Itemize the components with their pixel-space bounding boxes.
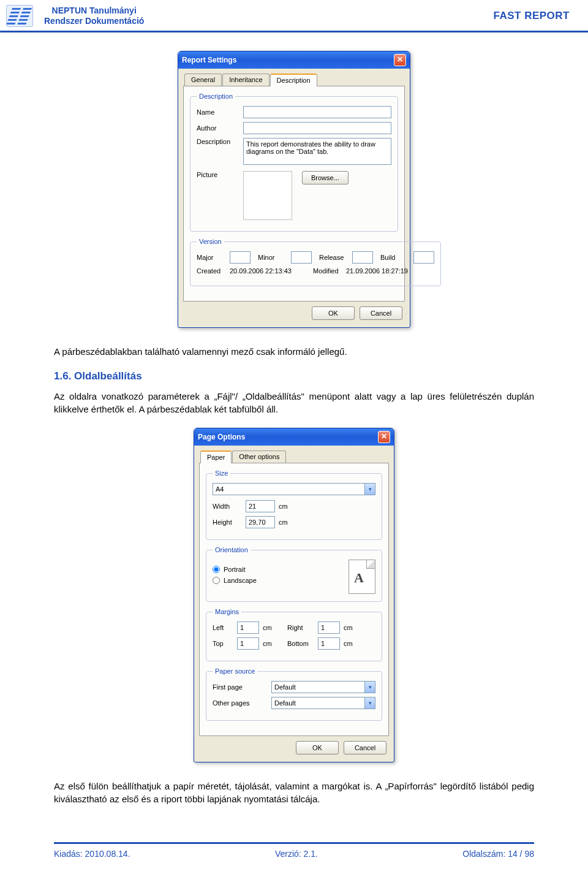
doc-header: NEPTUN Tanulmányi Rendszer Dokumentáció … bbox=[0, 0, 588, 32]
minor-field[interactable] bbox=[291, 251, 312, 264]
top-field[interactable] bbox=[237, 637, 259, 650]
paper-source-legend: Paper source bbox=[213, 667, 257, 675]
other-pages-label: Other pages bbox=[213, 699, 268, 707]
top-label: Top bbox=[213, 640, 233, 647]
dialog2-title-bar[interactable]: Page Options ✕ bbox=[194, 428, 394, 446]
tab-paper[interactable]: Paper bbox=[200, 450, 232, 463]
dialog2-panel: Size A4 ▾ Width cm Height cm bbox=[199, 463, 389, 736]
section-heading: 1.6. Oldalbeállítás bbox=[54, 370, 534, 382]
release-field[interactable] bbox=[352, 251, 373, 264]
other-pages-value: Default bbox=[274, 699, 296, 707]
description-legend: Description bbox=[197, 93, 235, 100]
browse-button[interactable]: Browse... bbox=[302, 171, 349, 184]
paragraph-2: Az oldalra vonatkozó paraméterek a „Fájl… bbox=[54, 390, 534, 416]
picture-preview bbox=[243, 171, 292, 220]
first-page-combo[interactable]: Default ▾ bbox=[271, 681, 375, 693]
bottom-field[interactable] bbox=[318, 637, 340, 650]
doc-title: NEPTUN Tanulmányi Rendszer Dokumentáció bbox=[44, 6, 144, 26]
description-label: Description bbox=[197, 138, 239, 145]
dialog1-panel: Description Name Author Description This… bbox=[183, 86, 405, 302]
chevron-down-icon: ▾ bbox=[364, 484, 375, 495]
modified-value: 21.09.2006 18:27:19 bbox=[346, 267, 408, 275]
doc-header-right: FAST REPORT bbox=[493, 10, 570, 22]
tab-inheritance[interactable]: Inheritance bbox=[222, 74, 269, 86]
build-field[interactable] bbox=[413, 251, 434, 264]
height-label: Height bbox=[213, 519, 242, 526]
cancel-button[interactable]: Cancel bbox=[360, 306, 402, 320]
dialog2-tabstrip: Paper Other options bbox=[199, 450, 389, 463]
author-label: Author bbox=[197, 124, 239, 132]
tab-description[interactable]: Description bbox=[270, 74, 317, 86]
orientation-legend: Orientation bbox=[213, 546, 251, 553]
dialog2-title: Page Options bbox=[198, 433, 245, 441]
right-field[interactable] bbox=[318, 621, 340, 634]
width-field[interactable] bbox=[246, 500, 275, 512]
version-legend: Version bbox=[197, 238, 224, 245]
close-icon[interactable]: ✕ bbox=[394, 54, 406, 66]
unit-cm: cm bbox=[279, 503, 288, 510]
footer-center: Verzió: 2.1. bbox=[275, 849, 318, 859]
name-field[interactable] bbox=[243, 106, 391, 118]
doc-title-line1: NEPTUN Tanulmányi bbox=[44, 6, 144, 16]
close-icon[interactable]: ✕ bbox=[378, 431, 390, 443]
bottom-label: Bottom bbox=[287, 640, 314, 647]
margins-legend: Margins bbox=[213, 608, 241, 615]
other-pages-combo[interactable]: Default ▾ bbox=[271, 697, 375, 709]
modified-label: Modified bbox=[313, 267, 342, 275]
left-label: Left bbox=[213, 624, 233, 631]
landscape-radio[interactable] bbox=[213, 577, 220, 584]
description-group: Description Name Author Description This… bbox=[190, 93, 398, 232]
paragraph-1: A párbeszédablakban található valamennyi… bbox=[54, 345, 534, 358]
unit-cm: cm bbox=[344, 640, 353, 647]
orientation-glyph: A bbox=[354, 570, 364, 586]
unit-cm: cm bbox=[263, 624, 277, 631]
margins-group: Margins Left cm Right cm Top cm Bottom bbox=[206, 608, 382, 661]
portrait-label: Portrait bbox=[224, 566, 245, 573]
doc-title-line2: Rendszer Dokumentáció bbox=[44, 16, 144, 26]
cancel-button[interactable]: Cancel bbox=[344, 741, 386, 754]
footer-right: Oldalszám: 14 / 98 bbox=[462, 849, 534, 859]
version-group: Version Major Minor Release Build Create… bbox=[190, 238, 441, 286]
minor-label: Minor bbox=[258, 254, 287, 261]
height-field[interactable] bbox=[246, 516, 275, 528]
page-options-dialog: Page Options ✕ Paper Other options Size … bbox=[194, 428, 394, 762]
doc-footer: Kiadás: 2010.08.14. Verzió: 2.1. Oldalsz… bbox=[54, 842, 534, 859]
orientation-group: Orientation Portrait Landscape bbox=[206, 546, 382, 602]
author-field[interactable] bbox=[243, 122, 391, 134]
build-label: Build bbox=[380, 254, 410, 261]
left-field[interactable] bbox=[237, 621, 259, 634]
size-legend: Size bbox=[213, 469, 230, 477]
chevron-down-icon: ▾ bbox=[364, 697, 375, 709]
landscape-label: Landscape bbox=[224, 577, 257, 584]
major-label: Major bbox=[197, 254, 226, 261]
chevron-down-icon: ▾ bbox=[364, 682, 375, 693]
created-value: 20.09.2006 22:13:43 bbox=[230, 267, 309, 275]
dialog1-tabstrip: General Inheritance Description bbox=[183, 74, 405, 86]
report-settings-dialog: Report Settings ✕ General Inheritance De… bbox=[178, 51, 410, 328]
unit-cm: cm bbox=[344, 624, 353, 631]
orientation-preview-icon: A bbox=[349, 560, 375, 594]
name-label: Name bbox=[197, 108, 239, 116]
unit-cm: cm bbox=[279, 519, 288, 526]
portrait-radio[interactable] bbox=[213, 566, 220, 573]
description-field[interactable]: This report demonstrates the ability to … bbox=[243, 138, 391, 165]
content: Report Settings ✕ General Inheritance De… bbox=[0, 32, 588, 830]
neptun-logo-icon bbox=[6, 5, 33, 27]
dialog1-title: Report Settings bbox=[182, 56, 236, 64]
tab-other-options[interactable]: Other options bbox=[232, 450, 286, 463]
right-label: Right bbox=[287, 624, 314, 631]
first-page-label: First page bbox=[213, 683, 268, 691]
first-page-value: Default bbox=[274, 683, 296, 691]
unit-cm: cm bbox=[263, 640, 277, 647]
paper-size-combo[interactable]: A4 ▾ bbox=[213, 483, 375, 495]
major-field[interactable] bbox=[230, 251, 251, 264]
tab-general[interactable]: General bbox=[184, 74, 222, 86]
ok-button[interactable]: OK bbox=[312, 306, 355, 320]
ok-button[interactable]: OK bbox=[296, 741, 339, 754]
footer-left: Kiadás: 2010.08.14. bbox=[54, 849, 130, 859]
width-label: Width bbox=[213, 503, 242, 510]
dialog1-title-bar[interactable]: Report Settings ✕ bbox=[178, 51, 410, 69]
created-label: Created bbox=[197, 267, 226, 275]
paragraph-3: Az első fülön beállíthatjuk a papír mére… bbox=[54, 780, 534, 805]
size-group: Size A4 ▾ Width cm Height cm bbox=[206, 469, 382, 540]
